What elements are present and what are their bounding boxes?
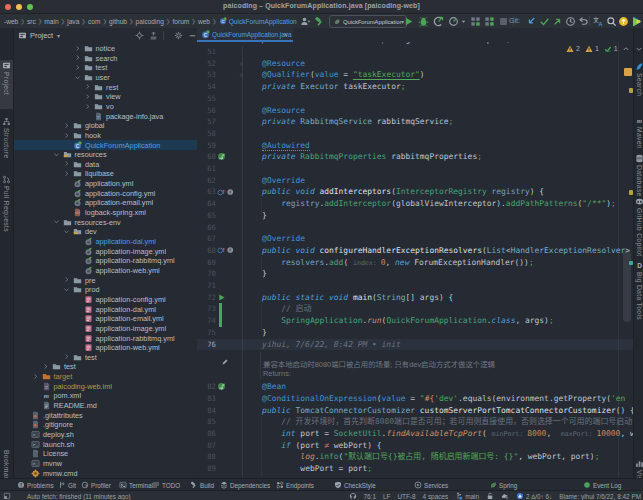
chevron-down-icon[interactable] (63, 286, 70, 293)
tree-row[interactable]: application-image.yml (14, 246, 197, 256)
tree-row[interactable]: hook (14, 130, 197, 140)
rollback-icon[interactable] (578, 16, 589, 27)
sync-widget[interactable] (501, 492, 509, 500)
breadcrumb-item[interactable]: -web (4, 18, 18, 25)
stop-icon[interactable] (498, 16, 509, 27)
chevron-right-icon[interactable] (63, 132, 70, 139)
tree-row[interactable]: >_mvnw (14, 458, 197, 468)
chevron-right-icon[interactable] (74, 45, 81, 52)
bean-gutter-icon[interactable] (217, 152, 226, 161)
chevron-right-icon[interactable] (84, 103, 91, 110)
tree-row[interactable]: .gitattributes (14, 410, 197, 420)
breadcrumb-item[interactable]: com (88, 18, 100, 25)
history-clock-icon[interactable] (565, 16, 576, 27)
tree-row[interactable]: application-email.yml (14, 198, 197, 208)
chevron-right-icon[interactable] (74, 54, 81, 61)
dropdown-arrow-icon[interactable] (460, 16, 467, 27)
override-marker-icon[interactable]: @ (217, 246, 234, 254)
grid-attach-icon[interactable] (470, 16, 481, 27)
chevron-down-icon[interactable] (53, 151, 60, 158)
indent-widget[interactable]: 4 spaces (423, 493, 449, 500)
tool-switcher-icon[interactable] (3, 492, 11, 500)
tree-row[interactable]: application-config.yml (14, 188, 197, 198)
tree-row[interactable]: mvnw.cmd (14, 468, 197, 478)
profiler-icon[interactable] (448, 16, 459, 27)
prev-problem-icon[interactable] (622, 45, 630, 53)
tree-row[interactable]: dev (14, 227, 197, 237)
tree-row[interactable]: application.yml (14, 179, 197, 189)
vcs-commit-icon[interactable] (539, 16, 550, 27)
tree-row[interactable]: application-dal.yml (14, 237, 197, 247)
tree-row[interactable]: paicoding-web.iml (14, 381, 197, 391)
user-dropdown-icon[interactable] (300, 16, 311, 27)
tree-row[interactable]: search (14, 53, 197, 63)
tree-row[interactable]: .gitignore (14, 420, 197, 430)
run-icon[interactable] (403, 16, 414, 27)
tree-row[interactable]: pre (14, 275, 197, 285)
tree-row[interactable]: notice (14, 44, 197, 54)
tree-row[interactable]: vo (14, 101, 197, 111)
tree-row[interactable]: rest (14, 82, 197, 92)
edit-doc-pencil-icon[interactable] (221, 358, 229, 366)
search-everywhere-icon[interactable] (606, 16, 617, 27)
stripe-button-structure[interactable]: Structure (0, 116, 13, 174)
tree-row[interactable]: test (14, 362, 197, 372)
tree-row[interactable]: application-dal.yml (14, 304, 197, 314)
tree-row[interactable]: CQuickForumApplication (14, 140, 197, 150)
stripe-button-pull-requests[interactable]: Pull Requests (0, 174, 13, 249)
coin-plugin-icon[interactable] (618, 16, 629, 27)
breadcrumb-item[interactable]: github (109, 18, 127, 25)
coverage-icon[interactable] (433, 16, 444, 27)
tree-row[interactable]: view (14, 92, 197, 102)
encoding-widget[interactable]: UTF-8 (397, 493, 415, 500)
tree-row[interactable]: test (14, 352, 197, 362)
tree-row[interactable]: global (14, 121, 197, 131)
tree-row[interactable]: application-rabbitmq.yml (14, 256, 197, 266)
chevron-down-icon[interactable] (74, 74, 81, 81)
tree-row[interactable]: prod (14, 285, 197, 295)
run-configuration-select[interactable]: QuickForumApplication▾ (329, 15, 407, 28)
blame-widget[interactable]: Blame: yihui 7/6/22, 8:42 PM (559, 493, 641, 500)
build-hammer-icon[interactable] (314, 16, 325, 27)
chevron-right-icon[interactable] (32, 373, 39, 380)
translate-icon[interactable]: 文A (593, 16, 604, 27)
editor-tab[interactable]: CQuickForumApplication.java× (197, 28, 293, 42)
tree-row[interactable]: </>logback-spring.xml (14, 208, 197, 218)
copilot-status-icon[interactable] (349, 492, 357, 500)
chevron-right-icon[interactable] (84, 93, 91, 100)
breadcrumb-item[interactable]: java (67, 18, 79, 25)
override-marker-icon[interactable]: @ (217, 188, 234, 196)
play-plugin-icon[interactable] (631, 16, 642, 27)
locate-icon[interactable] (135, 31, 144, 40)
tree-row[interactable]: liquibase (14, 169, 197, 179)
bean-gutter-icon[interactable] (217, 382, 226, 391)
lock-widget[interactable] (486, 492, 494, 500)
tree-row[interactable]: application-web.yml (14, 343, 197, 353)
tree-row[interactable]: application-rabbitmq.yml (14, 333, 197, 343)
editor-pane[interactable]: 50private GlobalViewInterceptor globalVi… (197, 42, 633, 477)
breadcrumb-item[interactable]: main (44, 18, 58, 25)
vcs-push-icon[interactable] (552, 16, 563, 27)
chevron-right-icon[interactable] (63, 160, 70, 167)
line-ending-widget[interactable]: LF (383, 493, 390, 500)
tree-row[interactable]: application-web.yml (14, 265, 197, 275)
collapse-all-icon[interactable] (149, 31, 158, 40)
chevron-down-icon[interactable] (63, 228, 70, 235)
stripe-button-project[interactable]: Project (0, 60, 13, 109)
breadcrumb-item[interactable]: paicoding (136, 18, 164, 25)
tree-row[interactable]: target (14, 372, 197, 382)
grid-attach2-icon[interactable] (484, 16, 495, 27)
breadcrumb-item[interactable]: forum (172, 18, 189, 25)
chevron-right-icon[interactable] (63, 170, 70, 177)
tree-row[interactable]: user (14, 72, 197, 82)
chevron-right-icon[interactable] (74, 64, 81, 71)
tree-row[interactable]: README.md (14, 401, 197, 411)
inspections-widget[interactable]: 211 (566, 43, 632, 53)
tree-row[interactable]: mpom.xml (14, 391, 197, 401)
tree-row[interactable]: >_launch.sh (14, 439, 197, 449)
tree-row[interactable]: application-email.yml (14, 314, 197, 324)
tree-row[interactable]: data (14, 159, 197, 169)
run-gutter-icon[interactable] (217, 293, 226, 302)
chevron-right-icon[interactable] (63, 276, 70, 283)
tree-row[interactable]: resources (14, 150, 197, 160)
